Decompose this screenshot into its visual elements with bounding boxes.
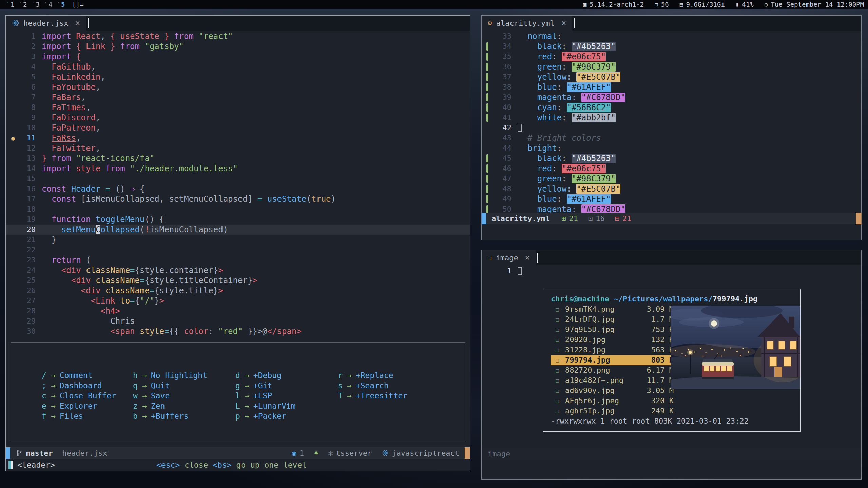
code-line-1[interactable]: 1import React, { useState } from "react" bbox=[6, 31, 470, 41]
image-file-icon: ❏ bbox=[556, 375, 565, 386]
code-line-10[interactable]: 10 FaPatreon, bbox=[6, 123, 470, 133]
code-line-1[interactable]: 1 bbox=[482, 266, 861, 276]
code-line-20[interactable]: 20 setMenuCollapsed(!isMenuCollapsed) bbox=[6, 225, 470, 235]
editor-window-alacritty-yml: ⚙ alacritty.yml × 33 normal:34 black: "#… bbox=[481, 15, 862, 240]
code-line-37[interactable]: 37 yellow: "#E5C07B" bbox=[482, 72, 861, 82]
code-line-8[interactable]: 8 FaTimes, bbox=[6, 102, 470, 113]
code-line-43[interactable]: 43 # Bright colors bbox=[482, 133, 861, 143]
statusline-filename: image bbox=[488, 450, 510, 458]
code-line-48[interactable]: 48 yellow: "#E5C07B" bbox=[482, 184, 861, 194]
code-line-14[interactable]: 14import style from "./header.module.les… bbox=[6, 163, 470, 174]
code-line-44[interactable]: 44 bright: bbox=[482, 143, 861, 153]
code-line-7[interactable]: 7 FaBars, bbox=[6, 92, 470, 102]
git-branch[interactable]: master bbox=[16, 449, 53, 457]
code-line-50[interactable]: 50 magenta: "#C678DD" bbox=[482, 204, 861, 213]
status-bar: '1'2'3'4'5[]= ▣5.14.2-arch1-2❒56▤9.6Gi/3… bbox=[0, 0, 868, 9]
line-number: 24 bbox=[6, 265, 36, 275]
line-number: 18 bbox=[6, 204, 36, 214]
line-number: 29 bbox=[6, 316, 36, 326]
code-line-5[interactable]: 5 FaLinkedin, bbox=[6, 72, 470, 82]
arrow-icon: → bbox=[245, 411, 249, 421]
line-number: 9 bbox=[6, 113, 36, 123]
code-line-41[interactable]: 41 white: "#abb2bf" bbox=[482, 113, 861, 123]
workspace-button-1[interactable]: '1 bbox=[4, 1, 17, 8]
code-line-40[interactable]: 40 cyan: "#56B6C2" bbox=[482, 102, 861, 113]
tab-header-jsx[interactable]: header.jsx × bbox=[6, 16, 86, 31]
code-line-15[interactable]: 15 bbox=[6, 174, 470, 184]
git-removed: ⊟ 21 bbox=[615, 214, 632, 223]
code-line-38[interactable]: 38 blue: "#61AFEF" bbox=[482, 82, 861, 92]
code-line-4[interactable]: 4 FaGithub, bbox=[6, 62, 470, 72]
code-line-3[interactable]: 3import { bbox=[6, 52, 470, 62]
workspace-button-5[interactable]: '5 bbox=[55, 1, 67, 8]
arrow-icon: → bbox=[142, 380, 147, 391]
code-action-lightbulb-icon[interactable]: ● bbox=[11, 133, 15, 143]
tab-alacritty-yml[interactable]: ⚙ alacritty.yml × bbox=[482, 16, 572, 31]
code-line-2[interactable]: 2import { Link } from "gatsby" bbox=[6, 41, 470, 52]
line-number: 43 bbox=[482, 133, 512, 143]
code-line-39[interactable]: 39 magenta: "#C678DD" bbox=[482, 92, 861, 102]
arrow-icon: → bbox=[142, 370, 147, 380]
code-line-12[interactable]: 12 FaTwitter, bbox=[6, 143, 470, 153]
line-number: 8 bbox=[6, 102, 36, 113]
whichkey-binding-r: r→+Replace bbox=[337, 370, 407, 380]
kernel-status: ▣5.14.2-arch1-2 bbox=[583, 1, 644, 8]
code-line-33[interactable]: 33 normal: bbox=[482, 31, 861, 41]
tab-close-icon[interactable]: × bbox=[75, 18, 80, 28]
code-line-11[interactable]: ●11 FaRss, bbox=[6, 133, 470, 143]
code-line-23[interactable]: 23 return ( bbox=[6, 255, 470, 265]
arrow-icon: → bbox=[51, 380, 56, 391]
line-number: 42 bbox=[482, 123, 512, 133]
workspace-button-3[interactable]: '3 bbox=[30, 1, 42, 8]
code-line-21[interactable]: 21 } bbox=[6, 235, 470, 245]
code-line-46[interactable]: 46 red: "#e06c75" bbox=[482, 163, 861, 174]
diagnostics-info: ◉ 1 bbox=[292, 449, 304, 457]
code-line-27[interactable]: 27 <Link to={"/"}> bbox=[6, 296, 470, 306]
tab-close-icon[interactable]: × bbox=[525, 253, 530, 262]
code-line-17[interactable]: 17 const [isMenuCollapsed, setMenuCollap… bbox=[6, 194, 470, 204]
line-number: 2 bbox=[6, 41, 36, 52]
file-row: ❏9rsmTK4.png3.09 M bbox=[551, 304, 674, 314]
workspace-button-4[interactable]: '4 bbox=[42, 1, 55, 8]
statusline: alacritty.yml ⊞ 21 ⊡ 16 ⊟ 21 bbox=[482, 213, 861, 224]
code-line-45[interactable]: 45 black: "#4b5263" bbox=[482, 153, 861, 163]
command-line[interactable]: <leader> <esc> close <bs> go up one leve… bbox=[6, 459, 470, 471]
code-line-49[interactable]: 49 blue: "#61AFEF" bbox=[482, 194, 861, 204]
arrow-icon: → bbox=[347, 391, 352, 401]
git-added-bar bbox=[486, 63, 488, 71]
code-line-24[interactable]: 24 <div className={style.container}> bbox=[6, 265, 470, 275]
code-line-13[interactable]: 13} from "react-icons/fa" bbox=[6, 153, 470, 163]
code-line-9[interactable]: 9 FaDiscord, bbox=[6, 113, 470, 123]
code-line-47[interactable]: 47 green: "#98C379" bbox=[482, 174, 861, 184]
code-line-19[interactable]: 19 function toggleMenu() { bbox=[6, 214, 470, 225]
code-line-18[interactable]: 18 bbox=[6, 204, 470, 214]
code-area[interactable]: chris@machine ~/Pictures/wallpapers/7997… bbox=[482, 265, 861, 448]
code-line-30[interactable]: 30 <span style={{ color: "red" }}>@</spa… bbox=[6, 326, 470, 336]
code-area[interactable]: 33 normal:34 black: "#4b5263"35 red: "#e… bbox=[482, 31, 861, 213]
code-line-42[interactable]: 42 bbox=[482, 123, 861, 133]
code-line-36[interactable]: 36 green: "#98C379" bbox=[482, 62, 861, 72]
code-line-26[interactable]: 26 <div className={style.title}> bbox=[6, 286, 470, 296]
code-line-28[interactable]: 28 <h4> bbox=[6, 306, 470, 316]
arrow-icon: → bbox=[245, 401, 249, 411]
lsp-icon: ✻ bbox=[328, 449, 333, 457]
workspace-button-2[interactable]: '2 bbox=[17, 1, 29, 8]
arrow-icon: → bbox=[142, 411, 147, 421]
tab-label: image bbox=[496, 254, 518, 262]
code-line-34[interactable]: 34 black: "#4b5263" bbox=[482, 41, 861, 52]
file-row: ❏a19c482f~.png11.7 M bbox=[551, 375, 674, 386]
code-line-25[interactable]: 25 <div className={style.titleContainer}… bbox=[6, 275, 470, 286]
code-line-35[interactable]: 35 red: "#e06c75" bbox=[482, 52, 861, 62]
arrow-icon: → bbox=[51, 411, 56, 421]
tab-close-icon[interactable]: × bbox=[561, 18, 566, 28]
code-line-22[interactable]: 22 bbox=[6, 245, 470, 255]
arrow-icon: → bbox=[245, 380, 249, 391]
tab-label: header.jsx bbox=[23, 19, 68, 27]
tab-image[interactable]: ❏ image × bbox=[482, 250, 536, 265]
code-line-16[interactable]: 16const Header = () ⇒ { bbox=[6, 184, 470, 194]
code-line-6[interactable]: 6 FaYoutube, bbox=[6, 82, 470, 92]
clock-status: ◷Tue September 14 12:00PM bbox=[765, 1, 864, 8]
code-line-29[interactable]: 29 Chris bbox=[6, 316, 470, 326]
whichkey-binding-s: s→+Search bbox=[337, 380, 407, 391]
color-swatch: "#e06c75" bbox=[562, 164, 606, 173]
